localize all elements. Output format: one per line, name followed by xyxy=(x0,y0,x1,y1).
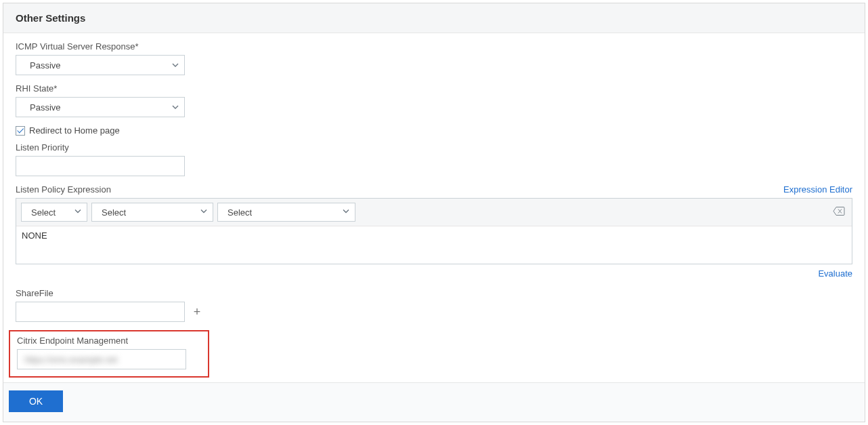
sharefile-field: ShareFile + xyxy=(16,288,852,322)
expression-box: Select Select Select xyxy=(16,198,852,264)
listen-priority-input[interactable] xyxy=(16,156,185,176)
evaluate-link[interactable]: Evaluate xyxy=(818,268,852,279)
sharefile-input[interactable] xyxy=(16,302,185,322)
redirect-home-label: Redirect to Home page xyxy=(29,125,120,136)
panel-body: ICMP Virtual Server Response* Passive RH… xyxy=(3,33,865,394)
listen-priority-field: Listen Priority xyxy=(16,142,852,176)
sharefile-label: ShareFile xyxy=(16,288,852,298)
rhi-value: Passive xyxy=(30,102,61,113)
rhi-label: RHI State* xyxy=(16,83,852,94)
lpe-label: Listen Policy Expression xyxy=(16,184,111,195)
expr-select-1[interactable]: Select xyxy=(21,203,87,222)
rhi-select[interactable]: Passive xyxy=(16,97,185,117)
chevron-down-icon xyxy=(200,207,208,218)
listen-priority-label: Listen Priority xyxy=(16,142,852,153)
expr-select-3[interactable]: Select xyxy=(217,203,355,222)
icmp-label: ICMP Virtual Server Response* xyxy=(16,41,852,52)
rhi-field: RHI State* Passive xyxy=(16,83,852,117)
chevron-down-icon xyxy=(342,207,350,218)
icmp-field: ICMP Virtual Server Response* Passive xyxy=(16,41,852,75)
backspace-icon[interactable] xyxy=(833,207,845,218)
lpe-field: Listen Policy Expression Expression Edit… xyxy=(16,184,852,264)
cem-value: https://xms.example.net xyxy=(24,355,117,365)
cem-input[interactable]: https://xms.example.net xyxy=(17,349,186,369)
expr-select-3-value: Select xyxy=(227,207,252,218)
other-settings-panel: Other Settings ICMP Virtual Server Respo… xyxy=(3,3,865,422)
chevron-down-icon xyxy=(74,207,82,218)
icmp-select[interactable]: Passive xyxy=(16,55,185,75)
panel-title: Other Settings xyxy=(3,3,865,33)
expr-select-2-value: Select xyxy=(102,207,126,218)
expr-select-2[interactable]: Select xyxy=(91,203,213,222)
expression-textarea[interactable]: NONE xyxy=(16,226,852,262)
redirect-home-checkbox[interactable] xyxy=(16,126,25,136)
expr-select-1-value: Select xyxy=(31,207,56,218)
cem-label: Citrix Endpoint Management xyxy=(17,336,201,346)
redirect-home-row: Redirect to Home page xyxy=(16,125,852,136)
ok-button[interactable]: OK xyxy=(9,390,63,412)
plus-icon[interactable]: + xyxy=(190,305,204,319)
expression-editor-link[interactable]: Expression Editor xyxy=(783,184,852,195)
panel-footer: OK xyxy=(3,382,865,422)
expression-toolbar: Select Select Select xyxy=(16,199,852,226)
cem-highlight: Citrix Endpoint Management https://xms.e… xyxy=(9,330,209,378)
icmp-value: Passive xyxy=(30,60,61,70)
